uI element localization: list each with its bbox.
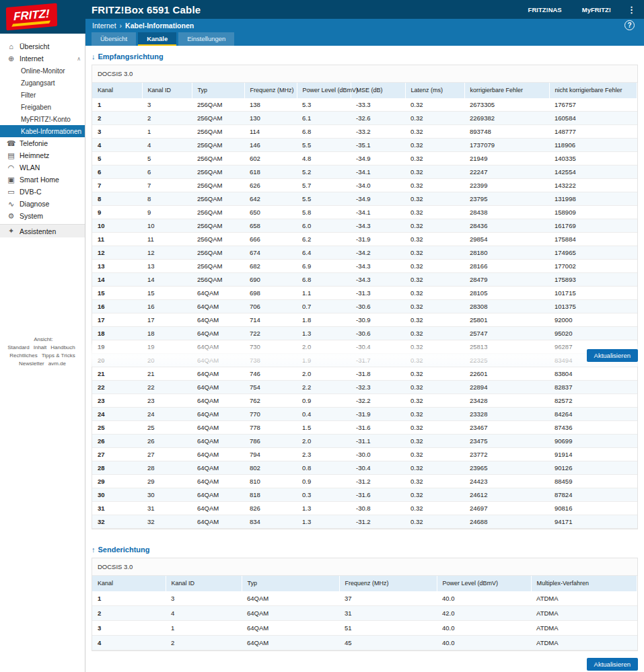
sidebar-item-label: Zugangsart: [21, 79, 55, 87]
sidebar-item-label: MyFRITZ!-Konto: [21, 116, 71, 123]
table-row: 151564QAM6981.1-31.30.3228105101715: [92, 287, 637, 300]
tab-kanäle[interactable]: Kanäle: [138, 32, 176, 46]
table-cell: 256QAM: [192, 192, 244, 206]
sidebar-item-kabel-informationen[interactable]: Kabel-Informationen: [0, 125, 85, 137]
sidebar-footer: Ansicht: StandardInhaltHandbuchRechtlich…: [0, 336, 85, 368]
table-row: 1111256QAM6666.2-31.90.3229854175884: [92, 233, 637, 246]
table-cell: 28105: [464, 287, 549, 300]
downstream-panel: DOCSIS 3.0 KanalKanal IDTypFrequenz (MHz…: [92, 65, 638, 529]
footer-link-inhalt[interactable]: Inhalt: [34, 344, 47, 350]
help-icon[interactable]: ?: [624, 20, 635, 30]
sidebar-item-wlan[interactable]: ◠WLAN: [0, 161, 85, 174]
tab-einstellungen[interactable]: Einstellungen: [178, 32, 234, 46]
table-cell: -34.2: [351, 246, 405, 260]
table-cell: -30.8: [351, 502, 405, 515]
table-row: 66256QAM6185.2-34.10.3222247142554: [92, 165, 637, 179]
table-cell: 8: [142, 192, 192, 206]
table-cell: 17: [92, 313, 142, 327]
footer-link-tipps-tricks[interactable]: Tipps & Tricks: [42, 352, 75, 359]
column-header-typ: Typ: [192, 83, 244, 98]
table-cell: 7: [142, 179, 192, 192]
table-row: 13256QAM1385.3-33.30.322673305176757: [92, 98, 637, 112]
footer-link-handbuch[interactable]: Handbuch: [50, 344, 75, 350]
table-cell: 762: [244, 394, 297, 408]
table-cell: -31.8: [351, 367, 405, 381]
tab-übersicht[interactable]: Übersicht: [92, 32, 136, 46]
breadcrumb-current-page: Kabel-Informationen: [125, 22, 194, 30]
fritz-logo[interactable]: FRITZ!: [0, 0, 85, 34]
table-cell: 0.32: [405, 125, 464, 139]
sidebar-item-myfritz-konto[interactable]: MyFRITZ!-Konto: [0, 113, 85, 125]
table-cell: 138: [244, 98, 297, 112]
table-cell: 140335: [549, 152, 637, 165]
table-cell: 177002: [549, 260, 637, 273]
refresh-button-floating[interactable]: Aktualisieren: [587, 349, 638, 362]
table-cell: -34.3: [351, 260, 405, 273]
table-cell: 143222: [549, 179, 637, 192]
breadcrumb-internet[interactable]: Internet: [92, 22, 116, 30]
downstream-table: KanalKanal IDTypFrequenz (MHz)Power Leve…: [92, 83, 637, 529]
table-cell: 0.9: [297, 475, 351, 488]
chevron-up-icon: ∧: [77, 56, 81, 62]
table-cell: 175884: [549, 233, 637, 246]
sidebar-item-übersicht[interactable]: ⌂Übersicht: [0, 40, 85, 52]
table-cell: -34.0: [351, 179, 405, 192]
table-cell: 6.0: [297, 219, 351, 233]
refresh-button-bottom[interactable]: Aktualisieren: [587, 658, 638, 671]
sidebar-item-label: Internet: [20, 54, 44, 63]
sidebar-item-internet[interactable]: ⊕Internet∧: [0, 52, 85, 65]
table-cell: 256QAM: [192, 179, 244, 192]
footer-link-newsletter[interactable]: Newsletter: [19, 361, 44, 367]
table-cell: 2.3: [297, 448, 351, 461]
kebab-menu-icon[interactable]: ⋮: [627, 5, 636, 15]
table-row: 323264QAM8341.3-31.20.322468894171: [92, 515, 637, 529]
sidebar-item-filter[interactable]: Filter: [0, 89, 85, 101]
footer-link-rechtliches[interactable]: Rechtliches: [9, 352, 37, 359]
sidebar-item-smart-home[interactable]: ▣Smart Home: [0, 174, 85, 186]
column-header-typ: Typ: [242, 576, 339, 591]
table-cell: 90816: [549, 502, 637, 515]
sidebar-item-online-monitor[interactable]: Online-Monitor: [0, 65, 85, 77]
table-cell: 6.4: [297, 246, 351, 260]
sidebar-item-system[interactable]: ⚙System: [0, 210, 85, 222]
breadcrumb: Internet › Kabel-Informationen: [85, 19, 644, 32]
table-cell: 87436: [549, 421, 637, 435]
table-cell: 22601: [464, 367, 549, 381]
table-cell: 64QAM: [192, 300, 244, 313]
sidebar-item-telefonie[interactable]: ☎Telefonie: [0, 137, 85, 149]
table-row: 303064QAM8180.3-31.60.322461287824: [92, 488, 637, 502]
table-row: 99256QAM6505.8-34.10.3228438158909: [92, 206, 637, 219]
table-cell: 1.1: [297, 287, 351, 300]
nav-myfritz-link[interactable]: MyFRITZ!: [582, 6, 611, 13]
sidebar-item-diagnose[interactable]: ∿Diagnose: [0, 198, 85, 210]
table-cell: 87824: [549, 488, 637, 502]
table-cell: 101375: [549, 300, 637, 313]
table-cell: 2673305: [464, 98, 549, 112]
table-cell: 160584: [549, 112, 637, 125]
sidebar-item-freigaben[interactable]: Freigaben: [0, 101, 85, 113]
sidebar-item-zugangsart[interactable]: Zugangsart: [0, 77, 85, 89]
table-cell: 114: [244, 125, 297, 139]
table-cell: 1: [142, 125, 192, 139]
sidebar-nav: ⌂Übersicht⊕Internet∧Online-MonitorZugang…: [0, 40, 85, 237]
sidebar-item-dvb-c[interactable]: ▭DVB-C: [0, 186, 85, 198]
table-cell: 642: [244, 192, 297, 206]
table-cell: 6.9: [297, 260, 351, 273]
sidebar-item-heimnetz[interactable]: ▤Heimnetz: [0, 149, 85, 161]
footer-link-avm-de[interactable]: avm.de: [48, 361, 66, 367]
table-cell: 64QAM: [192, 475, 244, 488]
table-cell: 22: [142, 381, 192, 394]
table-cell: 1737079: [464, 139, 549, 152]
table-cell: 3: [92, 125, 142, 139]
table-cell: 25801: [464, 313, 549, 327]
sidebar-item-assistenten[interactable]: ✦Assistenten: [0, 224, 85, 237]
table-cell: 22247: [464, 165, 549, 179]
column-header-frequenz-mhz: Frequenz (MHz): [339, 576, 437, 591]
table-cell: 6: [142, 165, 192, 179]
nav-fritznas-link[interactable]: FRITZ!NAS: [528, 6, 562, 13]
table-cell: 1.3: [297, 327, 351, 340]
table-cell: 256QAM: [192, 125, 244, 139]
table-cell: 0.3: [297, 488, 351, 502]
table-cell: 23965: [464, 461, 549, 475]
table-cell: -31.2: [351, 475, 405, 488]
